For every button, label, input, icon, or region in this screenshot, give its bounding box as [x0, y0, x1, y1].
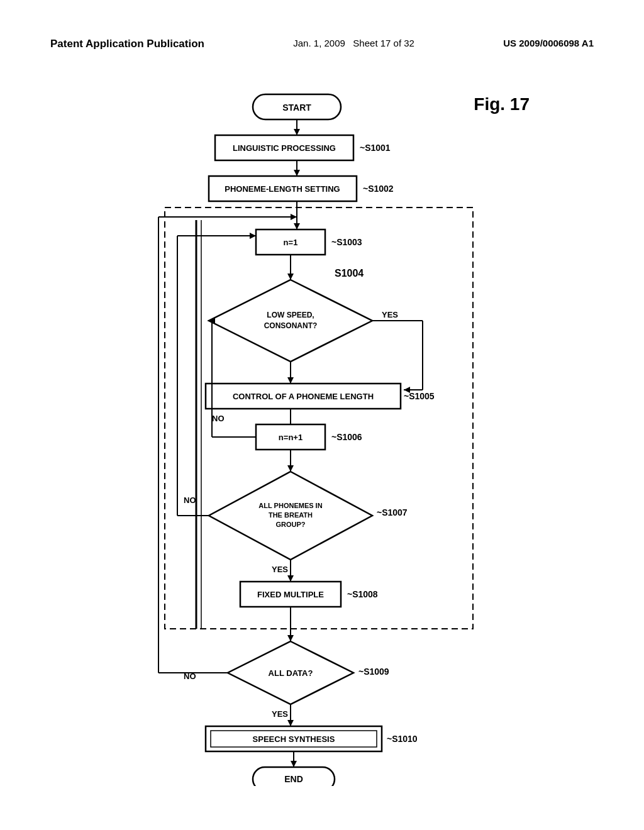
svg-rect-12 — [165, 208, 473, 629]
svg-text:SPEECH SYNTHESIS: SPEECH SYNTHESIS — [253, 734, 335, 744]
page: Patent Application Publication Jan. 1, 2… — [0, 0, 644, 830]
svg-text:CONTROL OF A PHONEME LENGTH: CONTROL OF A PHONEME LENGTH — [233, 392, 374, 401]
svg-text:ALL DATA?: ALL DATA? — [269, 668, 313, 678]
svg-text:~S1009: ~S1009 — [358, 667, 389, 677]
svg-text:YES: YES — [382, 310, 398, 319]
svg-text:~S1010: ~S1010 — [387, 734, 418, 744]
svg-marker-64 — [287, 635, 294, 641]
svg-marker-81 — [291, 761, 297, 767]
svg-text:FIXED MULTIPLE: FIXED MULTIPLE — [257, 590, 324, 599]
svg-marker-21 — [287, 274, 294, 280]
svg-marker-75 — [287, 720, 294, 726]
svg-text:n=1: n=1 — [284, 238, 298, 247]
svg-text:~S1007: ~S1007 — [377, 507, 408, 517]
svg-marker-14 — [294, 223, 300, 230]
svg-text:~S1003: ~S1003 — [331, 237, 362, 247]
svg-text:START: START — [282, 102, 311, 113]
svg-text:~S1001: ~S1001 — [360, 143, 391, 153]
svg-text:~S1008: ~S1008 — [347, 589, 378, 599]
publication-label: Patent Application Publication — [50, 38, 204, 50]
svg-text:NO: NO — [184, 495, 196, 505]
svg-text:n=n+1: n=n+1 — [279, 433, 303, 442]
svg-text:END: END — [284, 774, 303, 784]
svg-text:~S1005: ~S1005 — [404, 391, 435, 401]
header: Patent Application Publication Jan. 1, 2… — [50, 38, 594, 50]
svg-text:S1004: S1004 — [335, 268, 364, 279]
svg-marker-55 — [287, 575, 294, 582]
svg-text:CONSONANT?: CONSONANT? — [264, 321, 318, 330]
svg-text:LINGUISTIC PROCESSING: LINGUISTIC PROCESSING — [233, 143, 336, 153]
svg-marker-32 — [287, 377, 294, 384]
flowchart-svg: START LINGUISTIC PROCESSING ~S1001 PHONE… — [102, 75, 542, 786]
svg-text:YES: YES — [272, 709, 288, 719]
svg-marker-23 — [209, 280, 372, 362]
svg-text:YES: YES — [272, 565, 288, 574]
svg-text:~S1002: ~S1002 — [363, 184, 394, 194]
diagram-area: Fig. 17 START LINGUISTIC PROCESSING ~S10… — [50, 75, 594, 786]
svg-marker-46 — [287, 465, 294, 472]
date-label: Jan. 1, 2009 Sheet 17 of 32 — [293, 38, 414, 48]
svg-text:THE BREATH: THE BREATH — [269, 511, 313, 519]
flowchart-container: Fig. 17 START LINGUISTIC PROCESSING ~S10… — [102, 75, 542, 786]
svg-text:ALL PHONEMES IN: ALL PHONEMES IN — [258, 502, 322, 509]
svg-text:GROUP?: GROUP? — [275, 521, 305, 528]
svg-marker-3 — [294, 129, 300, 135]
svg-text:LOW SPEED,: LOW SPEED, — [267, 311, 314, 319]
svg-text:NO: NO — [212, 414, 225, 423]
svg-text:~S1006: ~S1006 — [331, 432, 362, 442]
patent-number: US 2009/0006098 A1 — [503, 38, 594, 48]
svg-marker-72 — [291, 214, 297, 220]
svg-marker-59 — [250, 233, 256, 239]
svg-text:PHONEME-LENGTH SETTING: PHONEME-LENGTH SETTING — [225, 184, 340, 194]
svg-marker-8 — [294, 170, 300, 176]
